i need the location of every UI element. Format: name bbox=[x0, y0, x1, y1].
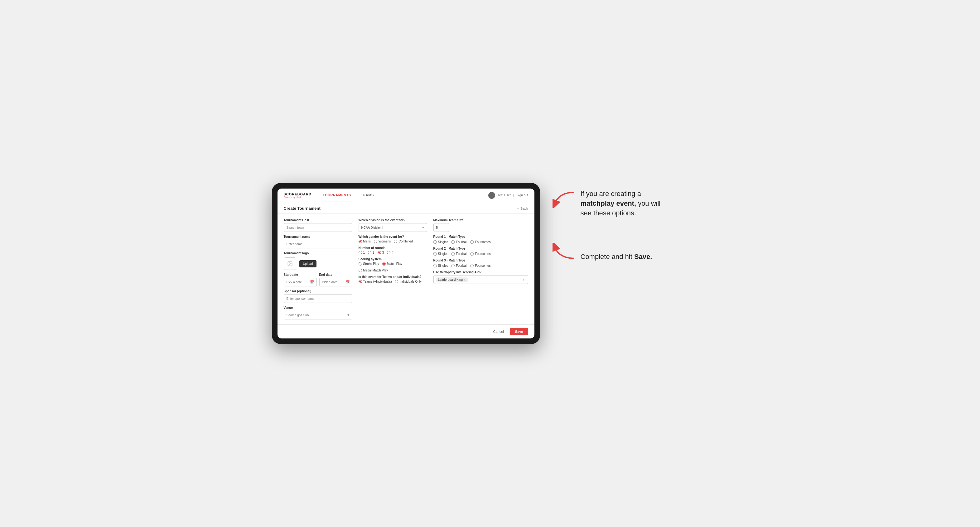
scoring-match-radio[interactable] bbox=[382, 262, 386, 265]
end-date-input[interactable] bbox=[319, 278, 352, 286]
gender-womens[interactable]: Womens bbox=[374, 240, 391, 243]
svg-point-1 bbox=[289, 262, 290, 263]
tournament-host-label: Tournament Host bbox=[284, 219, 352, 222]
rounds-3[interactable]: 3 bbox=[378, 251, 384, 254]
rounds-1-radio[interactable] bbox=[359, 251, 362, 254]
scoring-medal[interactable]: Medal Match Play bbox=[359, 269, 388, 272]
annotation-top-group: If you are creating a matchplay event, y… bbox=[552, 189, 708, 218]
gender-mens-label: Mens bbox=[363, 240, 371, 243]
round1-singles[interactable]: Singles bbox=[433, 240, 449, 244]
rounds-4[interactable]: 4 bbox=[387, 251, 393, 254]
sponsor-group: Sponsor (optional) bbox=[284, 289, 352, 303]
upload-button[interactable]: Upload bbox=[299, 260, 317, 267]
round3-fourball[interactable]: Fourball bbox=[451, 264, 467, 267]
scoring-medal-radio[interactable] bbox=[359, 269, 362, 272]
round3-foursomes-radio[interactable] bbox=[470, 264, 474, 267]
tab-tournaments[interactable]: TOURNAMENTS bbox=[321, 189, 352, 202]
form-header: Create Tournament ← Back bbox=[277, 202, 535, 213]
venue-input[interactable] bbox=[284, 311, 352, 319]
teams-radio-group: Teams (+Individuals) Individuals Only bbox=[359, 280, 427, 283]
logo-placeholder bbox=[284, 257, 296, 270]
round2-fourball-radio[interactable] bbox=[451, 252, 455, 256]
gender-radio-group: Mens Womens Combined bbox=[359, 240, 427, 243]
cancel-button[interactable]: Cancel bbox=[490, 328, 507, 335]
gender-mens[interactable]: Mens bbox=[359, 240, 371, 243]
rounds-4-label: 4 bbox=[391, 251, 393, 254]
end-date-wrapper: 📅 bbox=[319, 278, 352, 286]
round3-foursomes[interactable]: Foursomes bbox=[470, 264, 490, 267]
rounds-4-radio[interactable] bbox=[387, 251, 390, 254]
scoring-match[interactable]: Match Play bbox=[382, 262, 402, 265]
gender-combined-radio[interactable] bbox=[394, 240, 397, 243]
rounds-3-label: 3 bbox=[382, 251, 384, 254]
gender-womens-label: Womens bbox=[379, 240, 391, 243]
teams-individuals-radio[interactable] bbox=[395, 280, 398, 283]
rounds-2[interactable]: 2 bbox=[368, 251, 374, 254]
round3-singles[interactable]: Singles bbox=[433, 264, 449, 267]
tab-teams[interactable]: TEAMS bbox=[360, 189, 375, 202]
round1-foursomes-radio[interactable] bbox=[470, 240, 474, 244]
tournament-name-input[interactable] bbox=[284, 240, 352, 248]
nav-separator: | bbox=[513, 194, 514, 197]
save-button[interactable]: Save bbox=[510, 328, 528, 335]
round1-fourball-radio[interactable] bbox=[451, 240, 455, 244]
col-right: Maximum Team Size Round 1 - Match Type S… bbox=[433, 219, 528, 319]
rounds-2-radio[interactable] bbox=[368, 251, 371, 254]
sign-out-link[interactable]: Sign out bbox=[517, 194, 528, 197]
date-fields: Start date 📅 End date 📅 bbox=[284, 273, 352, 286]
max-team-size-input[interactable] bbox=[433, 223, 449, 232]
round3-fourball-label: Fourball bbox=[456, 264, 467, 267]
third-party-label: Use third-party live scoring API? bbox=[433, 270, 528, 274]
rounds-2-label: 2 bbox=[372, 251, 374, 254]
teams-teams-radio[interactable] bbox=[359, 280, 362, 283]
division-select[interactable]: NCAA Division I bbox=[359, 223, 427, 232]
start-date-label: Start date bbox=[284, 273, 317, 276]
back-button[interactable]: ← Back bbox=[516, 206, 528, 210]
form-footer: Cancel Save bbox=[277, 324, 535, 338]
round3-singles-radio[interactable] bbox=[433, 264, 437, 267]
round2-foursomes-radio[interactable] bbox=[470, 252, 474, 256]
teams-group: Is this event for Teams and/or Individua… bbox=[359, 275, 427, 283]
tag-close-icon[interactable]: × bbox=[464, 278, 466, 281]
annotation-bottom-group: Complete and hit Save. bbox=[552, 243, 708, 262]
start-date-input[interactable] bbox=[284, 278, 317, 286]
round2-singles-radio[interactable] bbox=[433, 252, 437, 256]
max-team-size-group: Maximum Team Size bbox=[433, 219, 528, 232]
tag-dropdown-icon: ▼ bbox=[522, 278, 525, 281]
rounds-1-label: 1 bbox=[363, 251, 365, 254]
start-date-wrapper: 📅 bbox=[284, 278, 317, 286]
round3-fourball-radio[interactable] bbox=[451, 264, 455, 267]
third-party-group: Use third-party live scoring API? Leader… bbox=[433, 270, 528, 284]
teams-teams[interactable]: Teams (+Individuals) bbox=[359, 280, 392, 283]
round1-fourball[interactable]: Fourball bbox=[451, 240, 467, 244]
scoring-stroke-radio[interactable] bbox=[359, 262, 362, 265]
gender-group: Which gender is the event for? Mens Wome… bbox=[359, 235, 427, 243]
gender-mens-radio[interactable] bbox=[359, 240, 362, 243]
venue-group: Venue ▼ bbox=[284, 306, 352, 319]
tablet-screen: SCOREBOARD Powered by clippit TOURNAMENT… bbox=[277, 189, 535, 338]
teams-individuals[interactable]: Individuals Only bbox=[395, 280, 422, 283]
round2-singles[interactable]: Singles bbox=[433, 252, 449, 256]
scoring-radio-group: Stroke Play Match Play Medal Match Play bbox=[359, 262, 427, 272]
gender-combined-label: Combined bbox=[398, 240, 413, 243]
round1-singles-radio[interactable] bbox=[433, 240, 437, 244]
rounds-3-radio[interactable] bbox=[378, 251, 381, 254]
round3-label: Round 3 - Match Type bbox=[433, 259, 528, 262]
arrow-top-svg bbox=[552, 189, 578, 208]
round3-radio-group: Singles Fourball Foursomes bbox=[433, 264, 528, 267]
round2-fourball[interactable]: Fourball bbox=[451, 252, 467, 256]
end-date-label: End date bbox=[319, 273, 352, 276]
rounds-1[interactable]: 1 bbox=[359, 251, 365, 254]
division-group: Which division is the event for? NCAA Di… bbox=[359, 219, 427, 232]
teams-individuals-label: Individuals Only bbox=[399, 280, 422, 283]
sponsor-input[interactable] bbox=[284, 294, 352, 303]
gender-womens-radio[interactable] bbox=[374, 240, 377, 243]
gender-combined[interactable]: Combined bbox=[394, 240, 413, 243]
round2-foursomes[interactable]: Foursomes bbox=[470, 252, 490, 256]
round2-foursomes-label: Foursomes bbox=[475, 252, 490, 256]
content-area: Create Tournament ← Back Tournament Host bbox=[277, 202, 535, 338]
scoring-stroke[interactable]: Stroke Play bbox=[359, 262, 379, 265]
round1-fourball-label: Fourball bbox=[456, 240, 467, 244]
round1-foursomes[interactable]: Foursomes bbox=[470, 240, 490, 244]
tournament-host-input[interactable] bbox=[284, 223, 352, 232]
